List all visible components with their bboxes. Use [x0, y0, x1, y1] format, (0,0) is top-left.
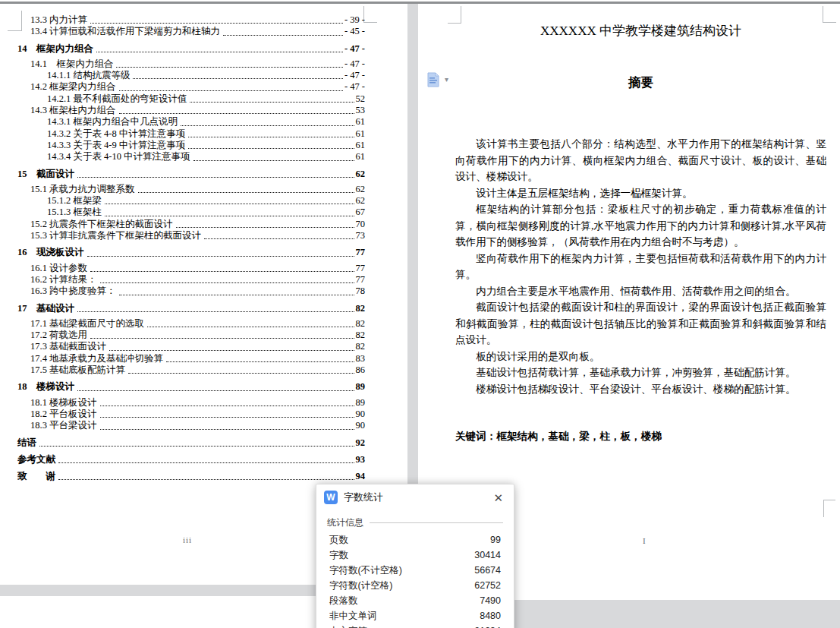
- toc-dot-leader: [223, 35, 343, 36]
- toc-entry-label: 14.3.1 框架内力组合中几点说明: [47, 116, 178, 128]
- toc-entry-label: 17.4 地基承载力及基础冲切验算: [30, 353, 163, 364]
- word-count-rows: 页数99字数30414字符数(不计空格)56674字符数(计空格)62752段落…: [316, 532, 514, 628]
- toc-entry[interactable]: 结语92: [0, 437, 365, 449]
- toc-dot-leader: [116, 67, 343, 68]
- toc-entry[interactable]: 17.2 荷载选用82: [0, 330, 365, 341]
- toc-entry[interactable]: 15.1.3 框架柱67: [0, 207, 365, 218]
- toc-page-number: - 47 -: [344, 43, 365, 55]
- toc-page-number: - 47 -: [344, 81, 365, 93]
- toc-entry[interactable]: 16.3 跨中挠度验算：78: [0, 286, 365, 297]
- toc-dot-leader: [119, 113, 354, 114]
- toc-entry[interactable]: 16.2 计算结果：77: [0, 274, 365, 286]
- word-count-value: 30414: [474, 550, 501, 560]
- toc-dot-leader: [166, 361, 354, 362]
- document-icon: [426, 72, 440, 87]
- toc-entry-label: 14.2 框架梁内力组合: [30, 81, 116, 93]
- toc-dot-leader: [188, 148, 354, 149]
- toc-entry[interactable]: 17.5 基础底板配筋计算86: [0, 364, 365, 376]
- close-icon[interactable]: ✕: [492, 491, 505, 505]
- toc-entry[interactable]: 17.1 基础梁截面尺寸的选取82: [0, 318, 365, 330]
- group-divider: [370, 522, 503, 523]
- toc-page-number: - 45 -: [344, 26, 365, 37]
- toc-page-number: 89: [356, 397, 366, 409]
- toc-entry[interactable]: 17 基础设计82: [0, 303, 365, 314]
- toc-entry-label: 14.3.2 关于表 4-8 中计算注意事项: [47, 128, 185, 140]
- toc-entry-label: 13.4 计算恒载和活载作用下梁端剪力和柱轴力: [30, 26, 220, 37]
- toc-page-number: 78: [356, 286, 366, 297]
- toc-page-number: 93: [356, 454, 366, 465]
- toc-entry-label: 17.3 基础截面设计: [30, 341, 106, 352]
- abstract-paragraph[interactable]: 基础设计包括荷载计算，基础承载力计算，冲剪验算，基础配筋计算。: [455, 364, 826, 381]
- margin-corner-mark: [823, 6, 836, 23]
- toc-page-number: 89: [356, 381, 366, 393]
- toc-page-number: - 39 -: [344, 14, 365, 26]
- toc-entry[interactable]: 14.3.1 框架内力组合中几点说明61: [0, 116, 365, 128]
- toc-entry-label: 14.3.4 关于表 4-10 中计算注意事项: [47, 151, 190, 163]
- toc-entry[interactable]: 18.3 平台梁设计90: [0, 420, 365, 431]
- floating-doc-options-button[interactable]: ▾: [426, 72, 448, 87]
- toc-entry[interactable]: 14.3 框架柱内力组合53: [0, 105, 365, 116]
- toc-entry[interactable]: 13.3 内力计算- 39 -: [0, 14, 365, 26]
- toc-page-number: 90: [356, 409, 366, 420]
- toc-page-number: 92: [356, 437, 366, 449]
- toc-page-number: 70: [356, 219, 366, 230]
- document-title[interactable]: XXXXXX 中学教学楼建筑结构设计: [455, 22, 826, 39]
- wps-writer-icon: W: [324, 491, 338, 504]
- toc-entry[interactable]: 17.4 地基承载力及基础冲切验算83: [0, 353, 365, 364]
- toc-entry[interactable]: 16 现浇板设计77: [0, 247, 365, 258]
- toc-entry[interactable]: 14.1 框架内力组合- 47 -: [0, 58, 365, 70]
- abstract-paragraph[interactable]: 楼梯设计包括梯段设计、平台梁设计、平台板设计、楼梯的配筋计算。: [455, 381, 826, 398]
- toc-page-number: 82: [356, 318, 366, 330]
- word-count-row: 段落数7490: [316, 593, 514, 608]
- toc-entry[interactable]: 15 截面设计62: [0, 169, 365, 180]
- toc-entry[interactable]: 18.1 楼梯板设计89: [0, 397, 365, 409]
- abstract-paragraph[interactable]: 内力组合主要是水平地震作用、恒荷载作用、活荷载作用之间的组合。: [455, 283, 826, 300]
- abstract-paragraph[interactable]: 该计算书主要包括八个部分：结构选型、水平力作用下的框架结构计算、竖向荷载作用下的…: [455, 136, 826, 185]
- toc-page-number: 90: [356, 420, 366, 431]
- toc-entry[interactable]: 14.3.3 关于表 4-9 中计算注意事项61: [0, 140, 365, 151]
- toc-entry[interactable]: 16.1 设计参数77: [0, 263, 365, 274]
- toc-entry[interactable]: 参考文献93: [0, 454, 365, 465]
- toc-dot-leader: [105, 216, 354, 216]
- margin-corner-mark: [363, 6, 377, 23]
- toc-entry[interactable]: 14.3.2 关于表 4-8 中计算注意事项61: [0, 128, 365, 140]
- keywords-line[interactable]: 关键词：框架结构，基础，梁，柱，板，楼梯: [455, 428, 826, 445]
- toc-dot-leader: [58, 479, 354, 480]
- abstract-paragraph[interactable]: 板的设计采用的是双向板。: [455, 349, 826, 365]
- toc-entry[interactable]: 致 谢94: [0, 471, 365, 482]
- toc-entry-label: 致 谢: [17, 471, 55, 482]
- toc-entry-label: 17 基础设计: [17, 303, 74, 314]
- word-count-label: 字数: [329, 549, 348, 562]
- toc-entry[interactable]: 14.1.1 结构抗震等级- 47 -: [0, 70, 365, 81]
- abstract-paragraphs: 该计算书主要包括八个部分：结构选型、水平力作用下的框架结构计算、竖向荷载作用下的…: [455, 136, 826, 397]
- toc-entry-label: 18.3 平台梁设计: [30, 420, 97, 431]
- toc-dot-leader: [109, 350, 354, 351]
- toc-entry[interactable]: 15.1.2 框架梁62: [0, 195, 365, 207]
- toc-dot-leader: [128, 373, 354, 374]
- dialog-titlebar[interactable]: W 字数统计 ✕: [316, 484, 514, 510]
- toc-entry[interactable]: 15.2 抗震条件下框架柱的截面设计70: [0, 219, 365, 230]
- abstract-paragraph[interactable]: 截面设计包括梁的截面设计和柱的界面设计，梁的界面设计包括正截面验算和斜截面验算，…: [455, 299, 826, 349]
- toc-entry[interactable]: 17.3 基础截面设计82: [0, 341, 365, 352]
- toc-entry[interactable]: 14.2 框架梁内力组合- 47 -: [0, 81, 365, 93]
- toc-entry[interactable]: 15.3 计算非抗震条件下框架柱的截面设计73: [0, 230, 365, 241]
- toc-entry[interactable]: 14.3.4 关于表 4-10 中计算注意事项61: [0, 151, 365, 163]
- toc-dot-leader: [90, 271, 354, 272]
- statistics-group-label: 统计信息: [327, 516, 363, 529]
- toc-entry[interactable]: 13.4 计算恒载和活载作用下梁端剪力和柱轴力- 45 -: [0, 26, 365, 37]
- abstract-paragraph[interactable]: 框架结构的计算部分包括：梁板柱尺寸的初步确定，重力荷载标准值的计算，横向框架侧移…: [455, 201, 826, 251]
- abstract-paragraph[interactable]: 竖向荷载作用下的框架内力计算，主要包括恒荷载和活荷载作用下的内力计算。: [455, 251, 826, 283]
- dropdown-arrow-icon[interactable]: ▾: [445, 76, 448, 84]
- word-count-row: 中文字符21934: [316, 623, 514, 628]
- toc-entry-label: 13.3 内力计算: [30, 14, 87, 26]
- toc-entry[interactable]: 18 楼梯设计89: [0, 381, 365, 393]
- toc-entry[interactable]: 14.2.1 最不利截面处的弯矩设计值52: [0, 93, 365, 105]
- word-count-label: 非中文单词: [329, 610, 377, 623]
- abstract-paragraph[interactable]: 设计主体是五层框架结构，选择一榀框架计算。: [455, 185, 826, 202]
- toc-entry[interactable]: 18.2 平台板设计90: [0, 409, 365, 420]
- abstract-heading[interactable]: 摘要: [455, 74, 826, 91]
- toc-entry[interactable]: 14 框架内力组合- 47 -: [0, 43, 365, 55]
- toc-page-number: 82: [356, 303, 366, 314]
- word-count-value: 62752: [474, 580, 501, 591]
- toc-entry[interactable]: 15.1 承载力抗力调整系数62: [0, 184, 365, 195]
